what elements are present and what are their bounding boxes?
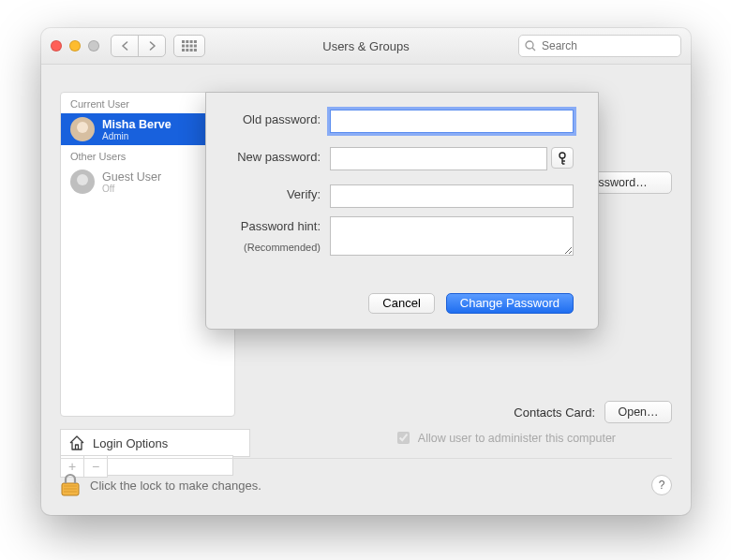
titlebar: Users & Groups	[41, 28, 691, 65]
lock-icon[interactable]	[60, 473, 81, 497]
user-name: Misha Berve	[102, 118, 172, 131]
back-button[interactable]	[111, 35, 139, 57]
svg-rect-0	[182, 40, 185, 43]
change-password-sheet: Old password: New password: Verify: Pass…	[205, 92, 599, 330]
password-hint-label: Password hint:(Recommended)	[206, 216, 330, 258]
forward-button[interactable]	[138, 35, 166, 57]
verify-password-label: Verify:	[206, 184, 330, 205]
allow-admin-row: Allow user to administer this computer	[394, 429, 616, 447]
users-groups-window: Users & Groups Current User Misha Berve …	[41, 28, 691, 515]
new-password-input[interactable]	[330, 147, 547, 170]
svg-rect-7	[194, 45, 197, 48]
close-window-button[interactable]	[51, 40, 62, 52]
password-hint-input[interactable]	[330, 216, 574, 256]
svg-rect-6	[190, 45, 193, 48]
search-field[interactable]	[518, 35, 681, 57]
user-name: Guest User	[102, 170, 161, 184]
footer: Click the lock to make changes. ?	[60, 458, 672, 502]
cancel-button[interactable]: Cancel	[368, 293, 434, 314]
show-all-button[interactable]	[173, 35, 205, 57]
house-icon	[68, 435, 85, 450]
svg-rect-10	[190, 49, 193, 52]
svg-rect-1	[186, 40, 188, 43]
old-password-input[interactable]	[330, 110, 574, 133]
svg-rect-11	[194, 49, 197, 52]
svg-rect-4	[182, 45, 185, 48]
user-role: Off	[102, 184, 161, 194]
user-role: Admin	[102, 131, 172, 141]
contacts-card-label: Contacts Card:	[514, 405, 595, 420]
search-icon	[525, 40, 536, 52]
old-password-label: Old password:	[206, 110, 330, 130]
svg-point-12	[526, 41, 533, 49]
nav-buttons	[111, 35, 166, 57]
password-assistant-button[interactable]	[551, 147, 574, 169]
minimize-window-button[interactable]	[69, 40, 81, 52]
avatar	[70, 117, 95, 141]
avatar	[70, 169, 95, 194]
svg-rect-9	[186, 49, 188, 52]
svg-line-13	[532, 48, 535, 51]
login-options-button[interactable]: Login Options	[60, 429, 250, 457]
zoom-window-button[interactable]	[88, 40, 99, 52]
svg-rect-3	[194, 40, 197, 43]
sheet-buttons: Cancel Change Password	[368, 293, 574, 314]
traffic-lights	[51, 40, 99, 52]
help-button[interactable]: ?	[651, 475, 672, 495]
svg-point-18	[559, 153, 565, 158]
login-options-label: Login Options	[93, 436, 168, 450]
svg-rect-5	[186, 45, 188, 48]
lock-text: Click the lock to make changes.	[90, 479, 261, 493]
change-password-confirm-button[interactable]: Change Password	[446, 293, 574, 314]
svg-rect-8	[182, 49, 185, 52]
search-input[interactable]	[540, 38, 675, 53]
contacts-card-row: Contacts Card: Open…	[514, 401, 672, 423]
allow-admin-checkbox[interactable]	[397, 432, 410, 444]
verify-password-input[interactable]	[330, 184, 574, 208]
key-icon	[558, 152, 567, 165]
allow-admin-label: Allow user to administer this computer	[418, 432, 616, 445]
open-contacts-button[interactable]: Open…	[604, 401, 672, 423]
new-password-label: New password:	[206, 147, 330, 168]
svg-rect-2	[190, 40, 193, 43]
